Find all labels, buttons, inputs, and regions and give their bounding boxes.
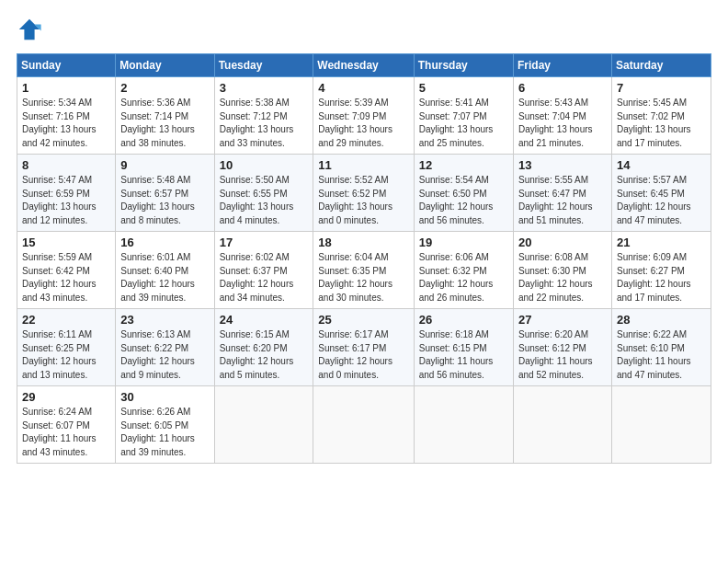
- day-info: Sunrise: 6:20 AM Sunset: 6:12 PM Dayligh…: [518, 328, 607, 382]
- day-number: 24: [220, 313, 309, 327]
- day-number: 2: [120, 81, 209, 95]
- day-info: Sunrise: 5:54 AM Sunset: 6:50 PM Dayligh…: [419, 174, 508, 227]
- day-number: 29: [22, 390, 110, 404]
- calendar-cell: 8Sunrise: 5:47 AM Sunset: 6:59 PM Daylig…: [17, 155, 116, 232]
- calendar-cell: 20Sunrise: 6:08 AM Sunset: 6:30 PM Dayli…: [513, 232, 611, 309]
- day-info: Sunrise: 6:24 AM Sunset: 6:07 PM Dayligh…: [22, 406, 110, 459]
- day-number: 7: [617, 81, 706, 95]
- header: [17, 17, 711, 42]
- weekday-header-tuesday: Tuesday: [214, 54, 313, 77]
- calendar-cell: 18Sunrise: 6:04 AM Sunset: 6:35 PM Dayli…: [313, 232, 414, 309]
- calendar-cell: 30Sunrise: 6:26 AM Sunset: 6:05 PM Dayli…: [116, 386, 214, 464]
- day-number: 23: [120, 313, 209, 327]
- calendar-cell: 25Sunrise: 6:17 AM Sunset: 6:17 PM Dayli…: [313, 309, 414, 386]
- calendar-cell: 5Sunrise: 5:41 AM Sunset: 7:07 PM Daylig…: [414, 77, 513, 155]
- day-number: 8: [22, 158, 110, 172]
- logo: [17, 17, 46, 42]
- calendar-body: 1Sunrise: 5:34 AM Sunset: 7:16 PM Daylig…: [17, 77, 711, 464]
- calendar-cell: 15Sunrise: 5:59 AM Sunset: 6:42 PM Dayli…: [17, 232, 116, 309]
- day-number: 17: [220, 236, 309, 249]
- calendar-cell: 17Sunrise: 6:02 AM Sunset: 6:37 PM Dayli…: [214, 232, 313, 309]
- day-number: 30: [120, 390, 209, 404]
- day-number: 11: [318, 158, 408, 172]
- calendar-cell: 28Sunrise: 6:22 AM Sunset: 6:10 PM Dayli…: [611, 309, 711, 386]
- day-info: Sunrise: 5:48 AM Sunset: 6:57 PM Dayligh…: [120, 174, 209, 227]
- day-info: Sunrise: 6:11 AM Sunset: 6:25 PM Dayligh…: [22, 328, 110, 382]
- calendar-cell: [313, 386, 414, 464]
- day-number: 13: [518, 158, 607, 172]
- day-info: Sunrise: 5:57 AM Sunset: 6:45 PM Dayligh…: [617, 174, 706, 227]
- calendar-cell: 1Sunrise: 5:34 AM Sunset: 7:16 PM Daylig…: [17, 77, 116, 155]
- day-info: Sunrise: 6:17 AM Sunset: 6:17 PM Dayligh…: [318, 328, 408, 382]
- weekday-header-friday: Friday: [513, 54, 611, 77]
- day-info: Sunrise: 5:39 AM Sunset: 7:09 PM Dayligh…: [318, 97, 408, 150]
- calendar-cell: 12Sunrise: 5:54 AM Sunset: 6:50 PM Dayli…: [414, 155, 513, 232]
- svg-marker-0: [19, 19, 40, 40]
- calendar-cell: 26Sunrise: 6:18 AM Sunset: 6:15 PM Dayli…: [414, 309, 513, 386]
- calendar-header: SundayMondayTuesdayWednesdayThursdayFrid…: [17, 54, 711, 77]
- day-info: Sunrise: 5:34 AM Sunset: 7:16 PM Dayligh…: [22, 97, 110, 150]
- calendar-cell: 22Sunrise: 6:11 AM Sunset: 6:25 PM Dayli…: [17, 309, 116, 386]
- calendar-cell: [414, 386, 513, 464]
- day-number: 25: [318, 313, 408, 327]
- weekday-header-saturday: Saturday: [611, 54, 711, 77]
- day-number: 12: [419, 158, 508, 172]
- calendar-cell: 2Sunrise: 5:36 AM Sunset: 7:14 PM Daylig…: [116, 77, 214, 155]
- day-number: 10: [220, 158, 309, 172]
- calendar: SundayMondayTuesdayWednesdayThursdayFrid…: [17, 53, 711, 464]
- day-info: Sunrise: 6:26 AM Sunset: 6:05 PM Dayligh…: [120, 406, 209, 459]
- day-info: Sunrise: 5:43 AM Sunset: 7:04 PM Dayligh…: [518, 97, 607, 150]
- day-info: Sunrise: 6:04 AM Sunset: 6:35 PM Dayligh…: [318, 251, 408, 304]
- day-number: 4: [318, 81, 408, 95]
- day-info: Sunrise: 6:08 AM Sunset: 6:30 PM Dayligh…: [518, 251, 607, 304]
- day-info: Sunrise: 6:15 AM Sunset: 6:20 PM Dayligh…: [220, 328, 309, 382]
- day-info: Sunrise: 5:38 AM Sunset: 7:12 PM Dayligh…: [220, 97, 309, 150]
- calendar-week-2: 8Sunrise: 5:47 AM Sunset: 6:59 PM Daylig…: [17, 155, 711, 232]
- calendar-cell: 3Sunrise: 5:38 AM Sunset: 7:12 PM Daylig…: [214, 77, 313, 155]
- day-info: Sunrise: 6:18 AM Sunset: 6:15 PM Dayligh…: [419, 328, 508, 382]
- day-info: Sunrise: 5:47 AM Sunset: 6:59 PM Dayligh…: [22, 174, 110, 227]
- day-number: 9: [120, 158, 209, 172]
- day-info: Sunrise: 6:01 AM Sunset: 6:40 PM Dayligh…: [120, 251, 209, 304]
- day-info: Sunrise: 5:41 AM Sunset: 7:07 PM Dayligh…: [419, 97, 508, 150]
- day-number: 20: [518, 236, 607, 249]
- calendar-cell: 16Sunrise: 6:01 AM Sunset: 6:40 PM Dayli…: [116, 232, 214, 309]
- calendar-week-4: 22Sunrise: 6:11 AM Sunset: 6:25 PM Dayli…: [17, 309, 711, 386]
- weekday-header-monday: Monday: [116, 54, 214, 77]
- day-info: Sunrise: 6:22 AM Sunset: 6:10 PM Dayligh…: [617, 328, 706, 382]
- calendar-cell: 23Sunrise: 6:13 AM Sunset: 6:22 PM Dayli…: [116, 309, 214, 386]
- calendar-cell: 29Sunrise: 6:24 AM Sunset: 6:07 PM Dayli…: [17, 386, 116, 464]
- weekday-header-thursday: Thursday: [414, 54, 513, 77]
- day-number: 3: [220, 81, 309, 95]
- calendar-week-1: 1Sunrise: 5:34 AM Sunset: 7:16 PM Daylig…: [17, 77, 711, 155]
- day-info: Sunrise: 5:52 AM Sunset: 6:52 PM Dayligh…: [318, 174, 408, 227]
- day-info: Sunrise: 5:36 AM Sunset: 7:14 PM Dayligh…: [120, 97, 209, 150]
- day-info: Sunrise: 6:09 AM Sunset: 6:27 PM Dayligh…: [617, 251, 706, 304]
- calendar-cell: 9Sunrise: 5:48 AM Sunset: 6:57 PM Daylig…: [116, 155, 214, 232]
- day-number: 19: [419, 236, 508, 249]
- calendar-cell: 14Sunrise: 5:57 AM Sunset: 6:45 PM Dayli…: [611, 155, 711, 232]
- calendar-cell: 7Sunrise: 5:45 AM Sunset: 7:02 PM Daylig…: [611, 77, 711, 155]
- calendar-week-5: 29Sunrise: 6:24 AM Sunset: 6:07 PM Dayli…: [17, 386, 711, 464]
- calendar-cell: 11Sunrise: 5:52 AM Sunset: 6:52 PM Dayli…: [313, 155, 414, 232]
- calendar-cell: 21Sunrise: 6:09 AM Sunset: 6:27 PM Dayli…: [611, 232, 711, 309]
- day-number: 22: [22, 313, 110, 327]
- logo-icon: [17, 17, 42, 42]
- calendar-cell: 4Sunrise: 5:39 AM Sunset: 7:09 PM Daylig…: [313, 77, 414, 155]
- day-number: 15: [22, 236, 110, 249]
- page: SundayMondayTuesdayWednesdayThursdayFrid…: [0, 0, 728, 563]
- weekday-header-row: SundayMondayTuesdayWednesdayThursdayFrid…: [17, 54, 711, 77]
- calendar-week-3: 15Sunrise: 5:59 AM Sunset: 6:42 PM Dayli…: [17, 232, 711, 309]
- calendar-cell: 19Sunrise: 6:06 AM Sunset: 6:32 PM Dayli…: [414, 232, 513, 309]
- calendar-cell: [611, 386, 711, 464]
- day-number: 26: [419, 313, 508, 327]
- calendar-cell: 10Sunrise: 5:50 AM Sunset: 6:55 PM Dayli…: [214, 155, 313, 232]
- day-info: Sunrise: 5:59 AM Sunset: 6:42 PM Dayligh…: [22, 251, 110, 304]
- calendar-cell: 27Sunrise: 6:20 AM Sunset: 6:12 PM Dayli…: [513, 309, 611, 386]
- day-info: Sunrise: 6:02 AM Sunset: 6:37 PM Dayligh…: [220, 251, 309, 304]
- weekday-header-wednesday: Wednesday: [313, 54, 414, 77]
- calendar-cell: [214, 386, 313, 464]
- calendar-cell: 13Sunrise: 5:55 AM Sunset: 6:47 PM Dayli…: [513, 155, 611, 232]
- day-number: 6: [518, 81, 607, 95]
- weekday-header-sunday: Sunday: [17, 54, 116, 77]
